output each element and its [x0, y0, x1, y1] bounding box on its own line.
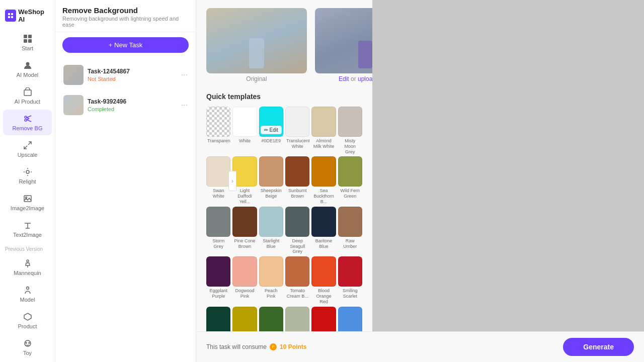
color-item-pine-cone[interactable]: Pine Cone Brown [232, 207, 257, 254]
sidebar-item-label-ai-model: AI Model [17, 72, 38, 78]
color-item-sunburnt-brown[interactable]: Sunburnt Brown [285, 156, 309, 204]
svg-rect-23 [24, 196, 31, 202]
preview-edit-actions: Edit or upload mask [315, 75, 372, 82]
color-label-tomato-cream: Tomato Cream B... [285, 288, 309, 299]
right-panel: › [372, 0, 644, 362]
color-item-sea-buckthorn[interactable]: Sea Buckthorn B... [311, 156, 336, 204]
svg-point-10 [25, 116, 27, 118]
color-item-starlight-blue[interactable]: Starlight Blue [259, 207, 283, 254]
sidebar-item-label-start: Start [22, 45, 33, 51]
color-item-wild-fern[interactable]: Wild Fern Green [338, 156, 362, 204]
color-label-peach-pink: Peach Pink [259, 288, 283, 299]
color-label-sheepskin: Sheepskin Beige [259, 188, 283, 199]
color-item-swan-white[interactable]: Swan White [206, 156, 230, 204]
new-task-button[interactable]: + New Task [62, 37, 189, 53]
color-item-storm-grey[interactable]: Storm Grey [206, 207, 230, 254]
color-swatch-blood-orange [311, 256, 336, 287]
color-swatch-storm-grey [206, 207, 230, 237]
color-item-tomato-cream[interactable]: Tomato Cream B... [285, 256, 309, 304]
sidebar-item-remove-bg[interactable]: Remove BG [3, 110, 52, 135]
logo-text: WeShop AI [18, 8, 50, 23]
logo: WeShop AI [0, 4, 55, 29]
task-item-1[interactable]: Task-12454867 Not Started ··· [59, 61, 192, 89]
color-label-blood-orange: Blood Orange Red [311, 288, 336, 304]
task-more-1[interactable]: ··· [181, 70, 188, 79]
color-swatch-dogwood-pink [232, 256, 257, 287]
color-swatch-raw-umber [338, 207, 362, 237]
upload-mask-link[interactable]: upload mask [358, 75, 372, 82]
generate-button[interactable]: Generate [563, 338, 634, 356]
color-item-blood-orange[interactable]: Blood Orange Red [311, 256, 336, 304]
sidebar-item-upscale[interactable]: Upscale [3, 136, 52, 162]
preview-original: Original [206, 8, 307, 82]
color-item-dogwood-pink[interactable]: Dogwood Pink [232, 256, 257, 304]
edit-link[interactable]: Edit [339, 75, 349, 82]
logo-icon [5, 10, 16, 22]
color-label-starlight-blue: Starlight Blue [259, 238, 283, 249]
svg-point-30 [26, 287, 29, 290]
color-label-baritone-blue: Baritone Blue [311, 238, 336, 249]
color-swatch-peach-pink [259, 256, 283, 287]
svg-rect-7 [28, 39, 32, 43]
sidebar-item-mannequin[interactable]: Mannequin [3, 254, 52, 280]
color-item-baritone-blue[interactable]: Baritone Blue [311, 207, 336, 254]
collapse-button[interactable]: › [228, 171, 236, 191]
svg-rect-2 [8, 16, 10, 18]
color-item-sheepskin[interactable]: Sheepskin Beige [259, 156, 283, 204]
color-swatch-tomato-cream [285, 256, 309, 287]
bottom-bar: This task will consume P 10 Points Gener… [196, 331, 644, 362]
sidebar-navigation: Start AI Model AI Product Remove BG Upsc… [0, 29, 55, 362]
color-label-wild-fern: Wild Fern Green [338, 188, 362, 199]
sidebar-item-label-upscale: Upscale [18, 152, 38, 158]
sidebar-item-model[interactable]: Model [3, 281, 52, 307]
color-item-raw-umber[interactable]: Raw Umber [338, 207, 362, 254]
color-item-custom-hex[interactable]: ✏ Edit #0DE1E9 [259, 107, 283, 154]
svg-marker-31 [24, 313, 31, 320]
color-swatch-deep-seagull [285, 207, 309, 237]
preview-row: Original Edit or upload mask [206, 8, 362, 82]
color-item-white[interactable]: White [232, 107, 257, 154]
color-item-peach-pink[interactable]: Peach Pink [259, 256, 283, 304]
quick-templates-title: Quick templates [206, 93, 362, 101]
color-item-deep-seagull[interactable]: Deep Seagull Grey [285, 207, 309, 254]
task-status-1: Not Started [88, 76, 177, 82]
svg-line-16 [28, 142, 31, 145]
color-label-misty-moon: Misty Moon Grey [338, 138, 362, 154]
sidebar-item-relight[interactable]: Relight [3, 163, 52, 189]
color-item-misty-moon[interactable]: Misty Moon Grey [338, 107, 362, 154]
color-item-transparent[interactable]: Transparent [206, 107, 230, 154]
color-item-almond-milk[interactable]: Almond Milk White [311, 107, 336, 154]
color-grid: Transparent White ✏ Edit #0DE1E9 Translu… [206, 107, 362, 362]
sidebar-item-start[interactable]: Start [3, 30, 52, 55]
svg-point-34 [29, 342, 30, 343]
svg-rect-5 [28, 35, 32, 38]
sidebar-item-image2image[interactable]: Image2Image [3, 190, 52, 215]
color-swatch-baritone-blue [311, 207, 336, 237]
main-panel: Remove Background Removing background wi… [55, 0, 196, 362]
color-label-swan-white: Swan White [206, 188, 230, 199]
color-item-eggplant[interactable]: Eggplant Purple [206, 256, 230, 304]
svg-point-33 [26, 342, 27, 343]
task-more-2[interactable]: ··· [181, 101, 188, 110]
color-swatch-sea-buckthorn [311, 156, 336, 187]
task-item-2[interactable]: Task-9392496 Completed ··· [59, 91, 192, 119]
mannequin-icon [23, 258, 33, 268]
color-swatch-translucent-white [285, 107, 309, 137]
color-swatch-transparent [206, 107, 230, 137]
svg-line-12 [27, 116, 31, 118]
color-label-custom-hex: #0DE1E9 [259, 138, 283, 144]
sidebar: WeShop AI Start AI Model AI Product Remo… [0, 0, 55, 362]
color-item-translucent-white[interactable]: Translucent White [285, 107, 309, 154]
sidebar-item-text2image[interactable]: Text2Image [3, 216, 52, 242]
svg-line-17 [24, 146, 27, 149]
color-edit-overlay-custom-hex[interactable]: ✏ Edit [261, 126, 282, 134]
points-coin-icon: P [270, 343, 277, 350]
color-item-smiling-scarlet[interactable]: Smiling Scarlet [338, 256, 362, 304]
color-swatch-smiling-scarlet [338, 256, 362, 287]
sidebar-item-toy[interactable]: Toy [3, 334, 52, 360]
sidebar-item-ai-model[interactable]: AI Model [3, 56, 52, 82]
image-icon [23, 194, 33, 204]
sidebar-item-product[interactable]: Product [3, 308, 52, 333]
color-swatch-swan-white [206, 156, 230, 187]
sidebar-item-ai-product[interactable]: AI Product [3, 83, 52, 109]
